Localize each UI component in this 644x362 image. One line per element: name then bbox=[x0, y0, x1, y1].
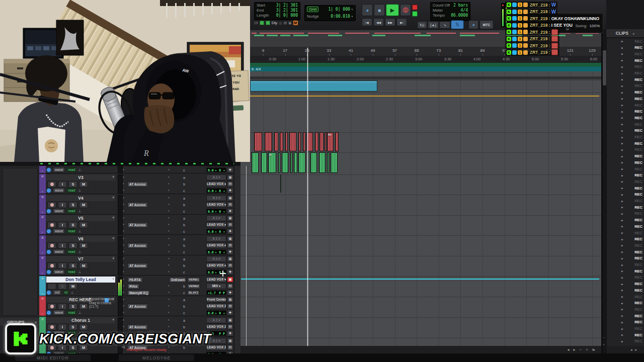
insert-slot-f[interactable]: * bbox=[168, 270, 183, 274]
counter-value[interactable]: 3| 2| 301 bbox=[276, 8, 298, 13]
track-color-strip[interactable]: ◎▫ bbox=[39, 255, 46, 275]
automation-mode[interactable]: read bbox=[66, 310, 76, 315]
clip-list-item[interactable]: ▶REC bbox=[606, 332, 644, 338]
clip-list-item[interactable]: ▶REC bbox=[606, 211, 644, 217]
input-path-button[interactable]: A 1 ▾ bbox=[206, 236, 226, 242]
send-slot[interactable]: a bbox=[183, 237, 206, 241]
output-path-button[interactable]: LEAD VOX 2 ♦ bbox=[206, 303, 226, 309]
insert-slot-a[interactable]: * bbox=[123, 210, 168, 213]
insert-slot-a[interactable]: * bbox=[123, 311, 168, 315]
add-slot-button[interactable]: + bbox=[227, 269, 233, 275]
elastic-audio-icon[interactable] bbox=[266, 21, 270, 25]
output-path-button[interactable]: LEAD VOX ♦ bbox=[206, 181, 226, 187]
timebase-icon[interactable] bbox=[46, 269, 51, 275]
output-path-button[interactable]: LEAD VOX ♦ bbox=[206, 202, 226, 208]
io-slot[interactable]: 0.0▸ 0 ◂ bbox=[206, 167, 226, 172]
midi-clip-red[interactable] bbox=[274, 132, 278, 151]
automation-mode[interactable]: read bbox=[66, 269, 76, 275]
clip-list-item[interactable]: ▶REC bbox=[606, 76, 644, 82]
io-slot[interactable]: LEAD VOX ♦ bbox=[206, 222, 226, 228]
midi-clip-red[interactable] bbox=[325, 132, 327, 151]
view-selector[interactable]: wave bbox=[53, 249, 65, 254]
send-slot[interactable]: c bbox=[183, 210, 206, 213]
clip-list-item[interactable]: ▶REC bbox=[606, 178, 644, 185]
insert-slot-f[interactable]: * bbox=[168, 244, 183, 247]
chat-username[interactable]: ZRT_219 : bbox=[530, 50, 550, 55]
grid-icon[interactable]: ▤ bbox=[227, 283, 233, 289]
send-slot[interactable]: b bbox=[183, 223, 206, 227]
view-selector[interactable]: wave bbox=[53, 188, 65, 193]
send-slot[interactable]: c bbox=[183, 270, 206, 274]
timebase-icon[interactable] bbox=[46, 249, 51, 254]
zoom-in-button[interactable]: + bbox=[586, 347, 588, 352]
insert-slot-f[interactable]: * bbox=[168, 203, 183, 207]
online-button[interactable]: ◕ bbox=[362, 4, 373, 16]
grid-icon[interactable]: ▤ bbox=[227, 202, 233, 208]
midi-clip-green[interactable] bbox=[298, 152, 305, 173]
send-slot[interactable]: a bbox=[183, 257, 206, 261]
counter-value[interactable]: 0| 0| 000 bbox=[276, 13, 298, 18]
insert-slot-f[interactable]: * bbox=[168, 250, 183, 254]
clip-list-item[interactable]: ▶REC bbox=[606, 262, 644, 268]
midi-clip-green[interactable] bbox=[252, 152, 259, 173]
send-slot[interactable]: c bbox=[183, 189, 206, 193]
send-slot[interactable]: a bbox=[183, 319, 206, 322]
io-slot[interactable]: LEAD VOX ♦ bbox=[206, 202, 226, 208]
grid-icon[interactable]: ▤ bbox=[227, 222, 233, 228]
insert-plugin-button[interactable]: MannyM EQ bbox=[127, 290, 150, 296]
volume-pan-display[interactable]: 0.0▸ 0 ◂ bbox=[206, 229, 226, 234]
send-slot[interactable]: a bbox=[183, 217, 206, 220]
io-slot[interactable]: 0.0▸ 0 ◂ bbox=[206, 310, 226, 315]
clip-list-item[interactable]: ▶REC bbox=[606, 249, 644, 255]
track-color-strip[interactable]: ◎▫ bbox=[39, 276, 46, 296]
meter-ruler[interactable]: lt: 4/4 bbox=[250, 67, 601, 71]
insert-slot-f[interactable]: * bbox=[168, 311, 183, 315]
send-slot[interactable]: b bbox=[183, 305, 206, 308]
insert-slot-a[interactable]: *RVox bbox=[123, 284, 168, 289]
track-name[interactable]: Chorus 1▾ bbox=[46, 317, 115, 323]
solo-button[interactable]: S bbox=[68, 222, 77, 228]
clip-list-item[interactable]: ▶REC bbox=[606, 198, 644, 204]
solo-button[interactable]: S bbox=[68, 202, 77, 208]
clip-list-item[interactable]: ▶REC bbox=[606, 326, 644, 332]
clip-list-item[interactable]: ▶REC bbox=[606, 204, 644, 210]
record-button[interactable]: Ⓢ bbox=[400, 4, 411, 16]
insert-slot-f[interactable]: * bbox=[168, 305, 183, 308]
io-slot[interactable]: A 1 ▾ bbox=[206, 317, 226, 323]
output-path-button[interactable]: LEAD VOX ♦ bbox=[206, 262, 226, 268]
add-slot-button[interactable]: + bbox=[227, 188, 233, 194]
insert-slot-a[interactable]: *AT Access bbox=[123, 202, 168, 208]
input-path-button[interactable]: A 1 ▾ bbox=[206, 256, 226, 262]
send-slot[interactable]: c bbox=[183, 311, 206, 315]
grid-icon[interactable]: ▤ bbox=[227, 181, 233, 187]
go-to-end-button[interactable]: ▶I bbox=[396, 18, 407, 26]
clips-scroll-right[interactable]: ▸ bbox=[635, 348, 637, 352]
insert-slot-f[interactable]: * bbox=[168, 223, 183, 227]
clip-list-item[interactable]: ▶REC bbox=[606, 268, 644, 274]
insert-slot-a[interactable]: *AT Access bbox=[123, 243, 168, 248]
playlist-icon[interactable]: ▣ bbox=[227, 215, 233, 221]
clip-list-item[interactable]: ▶REC bbox=[606, 192, 644, 198]
clip-list-item[interactable]: ▶REC bbox=[606, 217, 644, 223]
edit-hscroll-bar[interactable]: ◂ ▸ − + I▸ bbox=[240, 346, 601, 353]
chevron-down-icon[interactable]: ▾ bbox=[112, 236, 114, 240]
record-arm-button[interactable] bbox=[47, 262, 56, 269]
insert-slot-a[interactable]: * bbox=[123, 270, 168, 274]
clip-list-item[interactable]: ▶REC bbox=[606, 64, 644, 70]
insert-plugin-button[interactable]: AT Access bbox=[127, 166, 148, 166]
io-slot[interactable]: LEAD VOX ♦ bbox=[206, 166, 226, 166]
track-color-strip[interactable]: ◎▫ bbox=[39, 296, 46, 316]
midi-clip-green[interactable]: R bbox=[268, 152, 276, 173]
insert-slot-a[interactable]: *AT Access bbox=[123, 166, 168, 166]
io-slot[interactable]: MIX ♦ bbox=[206, 283, 226, 289]
solo-button[interactable]: S bbox=[58, 283, 67, 290]
insert-plugin-button[interactable]: F6-RTA bbox=[127, 277, 143, 283]
mute-button[interactable]: M bbox=[68, 283, 77, 290]
add-slot-button[interactable]: + bbox=[227, 249, 233, 255]
pre-roll-button[interactable]: ‖◎ bbox=[417, 21, 427, 29]
timebase-icon[interactable] bbox=[46, 209, 51, 214]
audio-clip-teal[interactable] bbox=[250, 80, 377, 92]
clip-list-item[interactable]: ▶REC bbox=[606, 51, 644, 57]
insert-plugin-button[interactable]: RVox bbox=[127, 284, 139, 289]
clip-list-item[interactable]: ▶REC bbox=[606, 115, 644, 121]
